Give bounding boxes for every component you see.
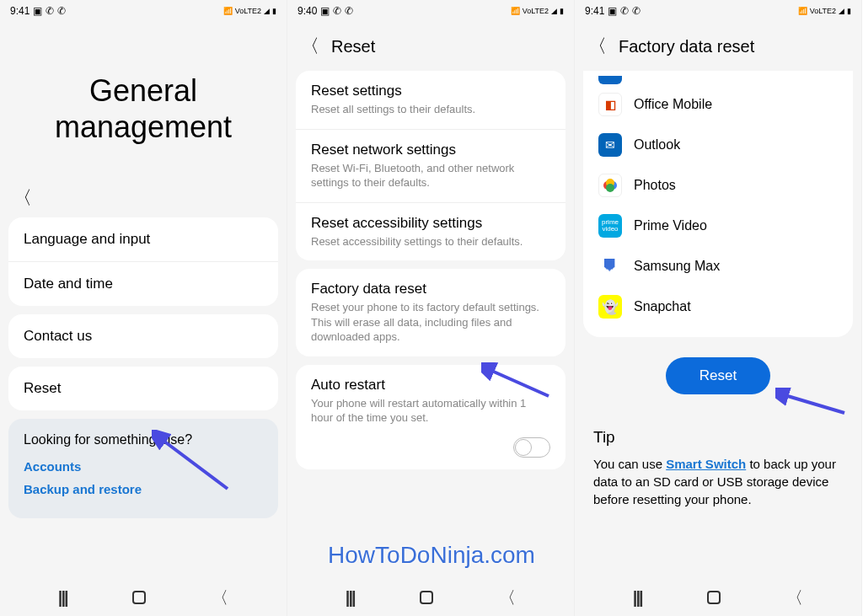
title-bar: 〈 Reset [287, 22, 574, 71]
setting-title: Reset accessibility settings [311, 215, 550, 232]
settings-group-3: Reset [8, 367, 278, 410]
app-row: ⛊ Samsung Max [583, 246, 853, 287]
signal-icon: ◢ [264, 7, 270, 15]
back-icon[interactable]: 〈 [301, 34, 319, 59]
app-row: Photos [583, 165, 853, 206]
nav-back-icon[interactable]: 〈 [212, 587, 228, 609]
nav-recent-icon[interactable]: ||| [346, 588, 355, 608]
signal-icon: ◢ [551, 7, 557, 15]
photos-icon [598, 174, 622, 197]
app-list: x ◧ Office Mobile ✉ Outlook Photos prime… [583, 71, 853, 337]
app-row: 👻 Snapchat [583, 287, 853, 327]
status-bar: 9:41 ▣ ✆ ✆ 📶 VoLTE2 ◢ ▮ [0, 0, 287, 22]
whatsapp-icon: ✆ [46, 5, 54, 17]
nav-recent-icon[interactable]: ||| [633, 588, 642, 608]
item-contact-us[interactable]: Contact us [8, 314, 278, 358]
prime-video-icon: primevideo [598, 214, 622, 238]
tip-title: Tip [593, 428, 843, 447]
item-reset-settings[interactable]: Reset settings Reset all settings to the… [296, 71, 566, 130]
setting-title: Factory data reset [311, 281, 550, 297]
app-row: ◧ Office Mobile [583, 84, 853, 125]
settings-group-2: Contact us [8, 314, 278, 358]
app-label: Snapchat [634, 299, 691, 314]
reset-group-2: Factory data reset Reset your phone to i… [296, 269, 566, 356]
link-backup-restore[interactable]: Backup and restore [24, 482, 263, 496]
wifi-icon: 📶 [798, 7, 807, 15]
reset-group-3: Auto restart Your phone will restart aut… [296, 365, 566, 469]
nav-back-icon[interactable]: 〈 [499, 587, 516, 609]
setting-desc: Your phone will restart automatically wi… [311, 396, 550, 426]
signal-icon: ◢ [839, 7, 844, 15]
nav-home-icon[interactable] [420, 591, 433, 604]
setting-desc: Reset all settings to their defaults. [311, 102, 550, 117]
wifi-icon: 📶 [223, 7, 233, 15]
reset-button[interactable]: Reset [666, 357, 770, 394]
item-language-input[interactable]: Language and input [8, 217, 278, 262]
link-accounts[interactable]: Accounts [24, 459, 263, 474]
svg-point-5 [606, 184, 614, 192]
battery-icon: ▮ [560, 7, 564, 15]
screen-reset: 9:40 ▣ ✆ ✆ 📶 VoLTE2 ◢ ▮ 〈 Reset Reset se… [287, 0, 575, 616]
nav-bar: ||| 〈 [575, 579, 861, 616]
item-reset[interactable]: Reset [8, 367, 278, 410]
nav-recent-icon[interactable]: ||| [58, 588, 67, 608]
reset-group-1: Reset settings Reset all settings to the… [296, 71, 566, 260]
linkedin-icon [598, 76, 622, 84]
page-title: Reset [331, 37, 375, 56]
footer-suggestions: Looking for something else? Accounts Bac… [8, 419, 278, 518]
snapchat-icon: 👻 [598, 295, 622, 319]
nav-bar: ||| 〈 [287, 579, 574, 616]
setting-title: Auto restart [311, 377, 550, 394]
status-time: 9:40 [297, 5, 317, 17]
nav-bar: ||| 〈 [0, 579, 287, 616]
back-icon[interactable]: 〈 [13, 185, 32, 211]
status-icon-gallery: ▣ [320, 5, 330, 17]
battery-icon: ▮ [272, 7, 276, 15]
item-reset-network[interactable]: Reset network settings Reset Wi-Fi, Blue… [296, 130, 566, 203]
smart-switch-link[interactable]: Smart Switch [666, 457, 746, 471]
app-label: Prime Video [634, 218, 707, 233]
status-bar: 9:40 ▣ ✆ ✆ 📶 VoLTE2 ◢ ▮ [287, 0, 574, 22]
app-row-truncated: x [583, 76, 853, 84]
status-icon-gallery: ▣ [608, 5, 617, 17]
footer-question: Looking for something else? [24, 432, 263, 447]
back-icon[interactable]: 〈 [588, 34, 607, 59]
volte-label: VoLTE2 [523, 7, 549, 15]
title-bar: 〈 Factory data reset [575, 22, 861, 71]
status-time: 9:41 [10, 5, 29, 17]
outlook-icon: ✉ [598, 133, 622, 157]
whatsapp-icon: ✆ [333, 5, 341, 17]
auto-restart-toggle[interactable] [513, 437, 550, 458]
app-row: primevideo Prime Video [583, 206, 853, 246]
tip-section: Tip You can use Smart Switch to back up … [575, 403, 861, 517]
setting-desc: Reset Wi-Fi, Bluetooth, and other networ… [311, 161, 550, 190]
nav-home-icon[interactable] [132, 591, 146, 604]
status-time: 9:41 [585, 5, 604, 17]
samsung-max-icon: ⛊ [598, 254, 622, 278]
page-title: Factory data reset [619, 37, 754, 56]
whatsapp-icon: ✆ [57, 5, 66, 17]
tip-text: You can use Smart Switch to back up your… [593, 455, 843, 508]
status-icon-gallery: ▣ [33, 5, 42, 17]
page-title: General management [17, 72, 270, 145]
app-label: Office Mobile [634, 97, 712, 112]
screen-factory-reset: 9:41 ▣ ✆ ✆ 📶 VoLTE2 ◢ ▮ 〈 Factory data r… [575, 0, 862, 616]
whatsapp-icon: ✆ [620, 5, 629, 17]
volte-label: VoLTE2 [810, 7, 836, 15]
item-factory-reset[interactable]: Factory data reset Reset your phone to i… [296, 269, 566, 356]
settings-group-1: Language and input Date and time [8, 217, 278, 306]
app-label: Outlook [634, 137, 680, 153]
battery-icon: ▮ [847, 7, 851, 15]
setting-title: Reset network settings [311, 142, 550, 158]
app-label: Samsung Max [634, 259, 720, 274]
wifi-icon: 📶 [511, 7, 520, 15]
item-reset-accessibility[interactable]: Reset accessibility settings Reset acces… [296, 203, 566, 261]
status-bar: 9:41 ▣ ✆ ✆ 📶 VoLTE2 ◢ ▮ [575, 0, 861, 22]
nav-back-icon[interactable]: 〈 [786, 587, 803, 609]
setting-title: Reset settings [311, 83, 550, 99]
item-auto-restart[interactable]: Auto restart Your phone will restart aut… [296, 365, 566, 437]
item-date-time[interactable]: Date and time [8, 262, 278, 306]
nav-home-icon[interactable] [707, 591, 721, 604]
volte-label: VoLTE2 [235, 7, 261, 15]
whatsapp-icon: ✆ [632, 5, 641, 17]
